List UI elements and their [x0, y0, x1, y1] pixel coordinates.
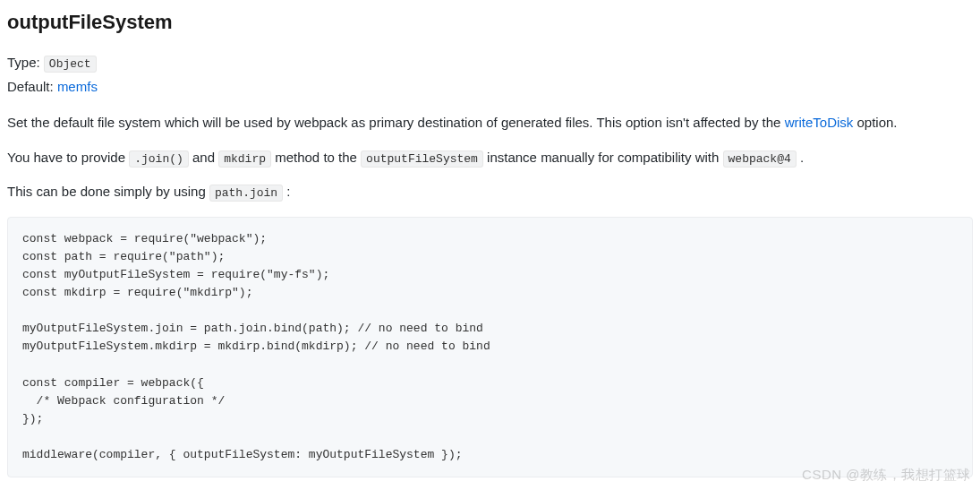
meta-block: Type: Object Default: memfs — [7, 53, 973, 97]
default-label: Default: — [7, 79, 57, 94]
code-mkdirp: mkdirp — [218, 150, 271, 168]
text: This can be done simply by using — [7, 184, 209, 199]
type-line: Type: Object — [7, 53, 973, 73]
section-heading: outputFileSystem — [7, 7, 973, 37]
description-paragraph-1: Set the default file system which will b… — [7, 113, 973, 133]
text: method to the — [271, 150, 361, 165]
description-paragraph-3: This can be done simply by using path.jo… — [7, 182, 973, 202]
text: and — [189, 150, 218, 165]
text: Set the default file system which will b… — [7, 115, 785, 130]
default-link-memfs[interactable]: memfs — [57, 79, 98, 94]
type-label: Type: — [7, 55, 44, 70]
default-line: Default: memfs — [7, 77, 973, 98]
text: : — [283, 184, 290, 199]
description-paragraph-2: You have to provide .join() and mkdirp m… — [7, 148, 973, 168]
text: instance manually for compatibility with — [483, 150, 723, 165]
code-pathjoin: path.join — [209, 185, 283, 202]
text: You have to provide — [7, 150, 129, 165]
type-value: Object — [44, 56, 97, 73]
text: option. — [853, 115, 897, 130]
writetodisk-link[interactable]: writeToDisk — [785, 115, 854, 130]
code-join: .join() — [129, 150, 189, 168]
text: . — [797, 150, 804, 165]
code-webpack4: webpack@4 — [723, 150, 797, 168]
code-outputfilesystem: outputFileSystem — [361, 150, 483, 168]
code-block: const webpack = require("webpack"); cons… — [7, 217, 973, 478]
